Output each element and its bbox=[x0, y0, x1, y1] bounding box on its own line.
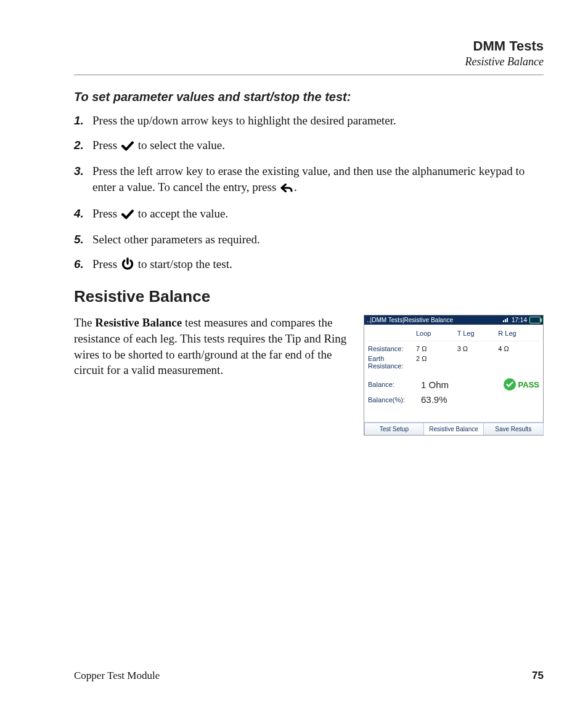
step-number: 5. bbox=[74, 232, 92, 248]
check-icon bbox=[121, 139, 134, 155]
signal-icon bbox=[503, 317, 509, 323]
device-data-row: Resistance:7 Ω3 Ω4 Ω bbox=[368, 344, 539, 354]
balance-pct-value: 63.9% bbox=[421, 394, 447, 405]
battery-icon bbox=[529, 317, 541, 323]
device-screenshot: ..|DMM Tests|Resistive Balance 17:14 Loo… bbox=[364, 315, 544, 436]
footer-page-number: 75 bbox=[532, 670, 544, 682]
step-number: 3. bbox=[74, 163, 92, 179]
row-tleg bbox=[457, 355, 499, 370]
row-rleg bbox=[498, 355, 539, 370]
row-tleg: 3 Ω bbox=[457, 345, 499, 352]
row-label: Earth Resistance: bbox=[368, 355, 416, 370]
header-rule bbox=[74, 75, 544, 75]
section-description: The Resistive Balance test measures and … bbox=[74, 315, 354, 378]
device-time: 17:14 bbox=[512, 317, 527, 323]
step-text: Press to accept the value. bbox=[92, 206, 544, 224]
balance-value: 1 Ohm bbox=[421, 379, 449, 390]
page-header-subtitle: Resistive Balance bbox=[74, 55, 544, 68]
svg-rect-0 bbox=[503, 320, 504, 322]
procedure-steps: 1.Press the up/down arrow keys to highli… bbox=[74, 113, 544, 274]
step-number: 4. bbox=[74, 206, 92, 222]
balance-label: Balance: bbox=[368, 381, 416, 388]
step-number: 2. bbox=[74, 137, 92, 153]
pass-badge: PASS bbox=[504, 378, 539, 391]
col-header-loop: Loop bbox=[416, 330, 457, 337]
back-icon bbox=[280, 181, 293, 197]
step-text: Select other parameters as required. bbox=[92, 232, 544, 248]
step-item: 2.Press to select the value. bbox=[74, 137, 544, 155]
step-text: Press the left arrow key to erase the ex… bbox=[92, 163, 544, 197]
power-icon bbox=[121, 258, 134, 274]
step-item: 1.Press the up/down arrow keys to highli… bbox=[74, 113, 544, 129]
step-text: Press to start/stop the test. bbox=[92, 256, 544, 274]
device-data-row: Earth Resistance:2 Ω bbox=[368, 354, 539, 371]
section-heading: Resistive Balance bbox=[74, 287, 544, 306]
row-loop: 2 Ω bbox=[416, 355, 457, 370]
col-header-rleg: R Leg bbox=[498, 330, 539, 337]
footer-doc-title: Copper Test Module bbox=[74, 670, 160, 682]
device-tabs: Test SetupResistive BalanceSave Results bbox=[364, 422, 543, 435]
balance-pct-label: Balance(%): bbox=[368, 396, 416, 404]
device-tab[interactable]: Resistive Balance bbox=[423, 423, 484, 435]
step-item: 5.Select other parameters as required. bbox=[74, 232, 544, 248]
device-tab[interactable]: Test Setup bbox=[364, 423, 425, 435]
row-label: Resistance: bbox=[368, 345, 416, 352]
step-number: 6. bbox=[74, 256, 92, 272]
check-icon bbox=[121, 208, 134, 224]
step-number: 1. bbox=[74, 113, 92, 129]
page-header-title: DMM Tests bbox=[74, 38, 544, 54]
row-rleg: 4 Ω bbox=[498, 345, 539, 352]
col-header-tleg: T Leg bbox=[457, 330, 499, 337]
row-loop: 7 Ω bbox=[416, 345, 457, 352]
step-item: 6.Press to start/stop the test. bbox=[74, 256, 544, 274]
svg-rect-1 bbox=[505, 319, 506, 322]
step-item: 3.Press the left arrow key to erase the … bbox=[74, 163, 544, 197]
step-item: 4.Press to accept the value. bbox=[74, 206, 544, 224]
step-text: Press to select the value. bbox=[92, 137, 544, 155]
device-breadcrumb: ..|DMM Tests|Resistive Balance bbox=[367, 317, 453, 323]
step-text: Press the up/down arrow keys to highligh… bbox=[92, 113, 544, 129]
pass-check-icon bbox=[504, 378, 516, 391]
svg-rect-2 bbox=[507, 318, 508, 322]
device-titlebar: ..|DMM Tests|Resistive Balance 17:14 bbox=[364, 315, 543, 325]
device-tab[interactable]: Save Results bbox=[483, 423, 544, 435]
procedure-heading: To set parameter values and start/stop t… bbox=[74, 90, 544, 104]
